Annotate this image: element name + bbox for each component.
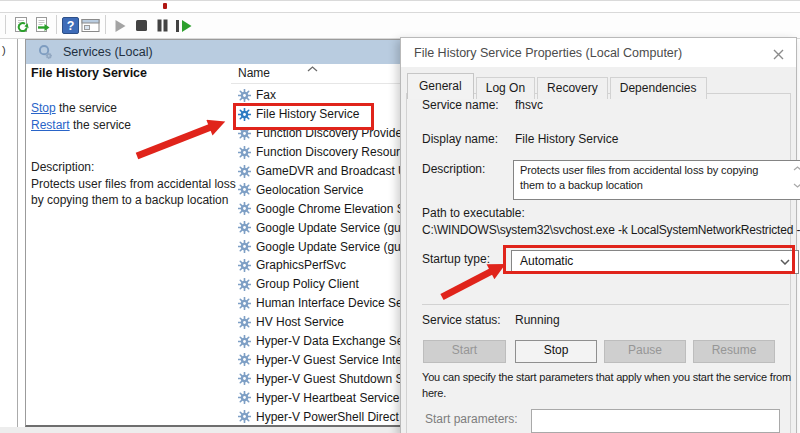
gear-icon — [238, 410, 251, 423]
pause-service-icon[interactable] — [152, 16, 172, 35]
show-window-icon[interactable] — [81, 16, 101, 35]
service-name-label: Human Interface Device Ser... — [256, 296, 416, 310]
service-name-label: Hyper-V Data Exchange Ser... — [256, 334, 417, 348]
description-text: Protects user files from accidental loss… — [31, 176, 237, 208]
sort-ascending-icon[interactable] — [307, 58, 318, 76]
restart-service-suffix: the service — [70, 118, 131, 132]
gear-icon — [238, 391, 251, 404]
service-name-label: HV Host Service — [256, 315, 344, 329]
mmc-toolbar: ? — [0, 12, 800, 39]
service-name-value: fhsvc — [515, 98, 543, 112]
service-row[interactable]: Google Update Service (gup... — [231, 237, 422, 256]
tab-general[interactable]: General — [407, 73, 474, 99]
description-line1: Protects user files from accidental loss… — [520, 163, 786, 178]
service-row[interactable]: GameDVR and Broadcast Us... — [231, 162, 422, 181]
help-icon[interactable]: ? — [60, 16, 80, 35]
display-name-value: File History Service — [515, 132, 618, 146]
close-icon[interactable] — [770, 46, 786, 62]
service-row[interactable]: Hyper-V Heartbeat Service — [231, 388, 422, 407]
start-parameters-input[interactable] — [531, 409, 780, 433]
restart-service-link[interactable]: Restart — [31, 118, 70, 132]
gear-icon — [238, 146, 251, 159]
gear-icon — [238, 297, 251, 310]
column-header-divider — [231, 83, 422, 84]
service-row[interactable]: Group Policy Client — [231, 275, 422, 294]
service-row[interactable]: Hyper-V Guest Service Inter... — [231, 350, 422, 369]
gear-icon — [238, 259, 251, 272]
gear-icon — [238, 316, 251, 329]
gear-icon — [238, 335, 251, 348]
service-row[interactable]: Hyper-V Data Exchange Ser... — [231, 332, 422, 351]
service-row[interactable]: GraphicsPerfSvc — [231, 256, 422, 275]
gear-icon — [238, 278, 251, 291]
service-name-label: Hyper-V Heartbeat Service — [256, 391, 399, 405]
name-column-header[interactable]: Name — [231, 66, 270, 80]
section-divider — [422, 304, 789, 305]
stop-service-icon[interactable] — [131, 16, 151, 35]
gear-icon — [238, 353, 251, 366]
gear-icon — [238, 372, 251, 385]
service-name-label: Geolocation Service — [256, 183, 363, 197]
toolbar-separator — [56, 15, 57, 34]
stop-service-line: Stop the service — [31, 101, 117, 115]
display-name-label: Display name: — [422, 132, 498, 146]
dialog-tabs: General Log On Recovery Dependencies — [407, 72, 709, 98]
path-to-executable-value: C:\WINDOWS\system32\svchost.exe -k Local… — [422, 223, 800, 237]
service-name-label: Hyper-V Guest Service Inter... — [256, 353, 415, 367]
gear-icon — [238, 165, 251, 178]
gear-icon — [238, 89, 251, 102]
description-label: Description: — [31, 160, 94, 174]
service-name-label: GameDVR and Broadcast Us... — [256, 164, 422, 178]
tab-log-on[interactable]: Log On — [476, 77, 535, 99]
red-highlight-box-file-history — [233, 103, 374, 130]
start-parameters-note: You can specify the start parameters tha… — [422, 370, 800, 401]
resume-button[interactable]: Resume — [693, 340, 775, 363]
toolbar-separator — [105, 15, 106, 34]
service-name-label: Function Discovery Resourc... — [256, 145, 416, 159]
services-local-title: Services (Local) — [63, 45, 153, 59]
service-name-label: Hyper-V Guest Shutdown S... — [256, 372, 413, 386]
service-row[interactable]: Google Chrome Elevation S... — [231, 199, 422, 218]
services-console-screenshot: ? ) — [0, 0, 800, 433]
services-list-rows: Fax File History Service — [231, 86, 422, 426]
services-icon — [37, 44, 54, 61]
description-textbox[interactable]: Protects user files from accidental loss… — [513, 160, 800, 200]
restart-service-icon[interactable] — [174, 16, 194, 35]
service-row[interactable]: Function Discovery Resourc... — [231, 143, 422, 162]
properties-dialog: File History Service Properties (Local C… — [400, 37, 797, 433]
service-row[interactable]: Google Update Service (gup... — [231, 218, 422, 237]
description-line2: them to a backup location — [520, 178, 786, 193]
service-row[interactable]: Hyper-V PowerShell Direct ... — [231, 407, 422, 426]
console-tree-clipped-label: ) — [2, 44, 6, 56]
dialog-title: File History Service Properties (Local C… — [401, 38, 796, 67]
tree-panel-border — [17, 39, 18, 427]
refresh-icon[interactable] — [11, 16, 31, 35]
service-name-label: Google Chrome Elevation S... — [256, 202, 415, 216]
service-status-label: Service status: — [422, 313, 501, 327]
tab-recovery[interactable]: Recovery — [537, 77, 608, 99]
start-service-icon[interactable] — [110, 16, 130, 35]
tab-dependencies[interactable]: Dependencies — [610, 77, 707, 99]
service-name-label: Fax — [256, 88, 276, 102]
export-list-icon[interactable] — [32, 16, 52, 35]
stop-service-suffix: the service — [56, 101, 117, 115]
restart-service-line: Restart the service — [31, 118, 131, 132]
bottom-strip — [0, 427, 400, 433]
service-name-label: Group Policy Client — [256, 277, 359, 291]
gear-icon — [238, 183, 251, 196]
selected-service-title: File History Service — [31, 66, 147, 80]
path-to-executable-label: Path to executable: — [422, 206, 525, 220]
service-row[interactable]: Human Interface Device Ser... — [231, 294, 422, 313]
start-button[interactable]: Start — [423, 340, 506, 363]
pause-button[interactable]: Pause — [604, 340, 686, 363]
service-row[interactable]: Hyper-V Guest Shutdown S... — [231, 369, 422, 388]
stop-service-link[interactable]: Stop — [31, 101, 56, 115]
stop-button[interactable]: Stop — [515, 340, 597, 363]
gear-icon — [238, 202, 251, 215]
scroll-down-icon[interactable] — [793, 183, 800, 188]
service-row[interactable]: HV Host Service — [231, 313, 422, 332]
scroll-up-icon[interactable] — [793, 166, 800, 171]
service-name-label: GraphicsPerfSvc — [256, 258, 346, 272]
service-row[interactable]: Geolocation Service — [231, 180, 422, 199]
dialog-description-label: Description: — [422, 162, 485, 176]
